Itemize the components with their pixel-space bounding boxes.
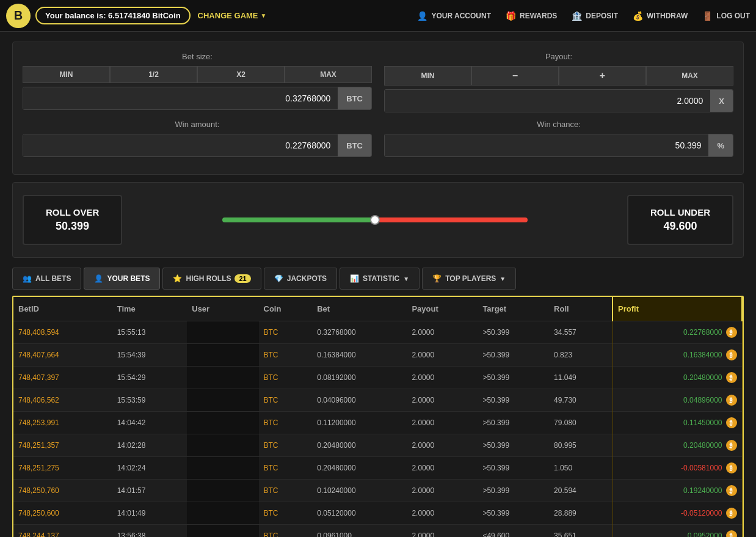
change-game-button[interactable]: CHANGE GAME ▼ [198,11,267,20]
payout-unit: X [710,90,733,112]
bet-id-cell[interactable]: 748,244,137 [13,525,112,538]
profit-cell: -0.00581000 ₿ [612,457,742,480]
win-amount-input[interactable] [23,134,338,156]
payout-col: Payout: MIN − + MAX X [384,52,733,112]
tab-your-bets[interactable]: 👤 YOUR BETS [84,268,160,290]
chart-icon: 📊 [350,274,359,283]
payout-min-button[interactable]: MIN [384,66,471,86]
bet-id-cell[interactable]: 748,407,397 [13,367,112,389]
profit-value: -0.05120000 [681,509,722,517]
table-row: 748,250,600 14:01:49 BTC 0.05120000 2.00… [13,502,742,525]
btc-icon: ₿ [726,485,737,496]
rewards-nav[interactable]: 🎁 REWARDS [506,11,557,21]
payout-increase-button[interactable]: + [559,66,646,86]
bet-id-cell[interactable]: 748,408,594 [13,321,112,344]
deposit-nav[interactable]: 🏦 DEPOSIT [572,11,618,21]
roll-under-button[interactable]: ROLL UNDER 49.600 [627,195,733,245]
bet-half-button[interactable]: 1/2 [110,66,197,83]
balance-text: Your balance is: 6.51741840 BitCoin [45,11,181,20]
bets-table: BetID Time User Coin Bet Payout Target R… [13,297,743,537]
table-row: 748,244,137 13:56:38 BTC 0.0961000 2.000… [13,525,742,538]
win-chance-input[interactable] [385,134,708,156]
tab-jackpots[interactable]: 💎 JACKPOTS [264,268,337,290]
payout-cell: 2.0000 [407,389,478,412]
payout-cell: 2.0000 [407,367,478,389]
roll-cell: 35.651 [549,525,612,538]
table-row: 748,406,562 15:53:59 BTC 0.04096000 2.00… [13,389,742,412]
target-cell: >50.399 [478,344,549,367]
profit-cell: 0.0952000 ₿ [612,525,742,538]
bet-size-input-group: BTC [23,87,372,110]
tab-high-rolls[interactable]: ⭐ HIGH ROLLS 21 [162,268,261,290]
bet-size-btn-group: MIN 1/2 X2 MAX [23,66,372,83]
bet-max-button[interactable]: MAX [285,66,372,83]
bet-cell: 0.20480000 [312,434,407,457]
roll-under-label: ROLL UNDER [650,207,710,217]
bet-id-cell[interactable]: 748,407,664 [13,344,112,367]
profit-value: 0.16384000 [683,351,722,359]
tab-top-players[interactable]: 🏆 TOP PLAYERS ▼ [422,268,516,290]
payout-label: Payout: [384,52,733,61]
bet-id-cell[interactable]: 748,253,991 [13,412,112,434]
roll-cell: 49.730 [549,389,612,412]
target-cell: >50.399 [478,480,549,502]
roll-under-value: 49.600 [650,220,710,233]
btc-icon: ₿ [726,395,737,406]
profit-cell: 0.22768000 ₿ [612,321,742,344]
table-row: 748,251,275 14:02:24 BTC 0.20480000 2.00… [13,457,742,480]
user-cell [187,344,258,367]
bet-id-cell[interactable]: 748,250,600 [13,502,112,525]
logout-nav[interactable]: 🚪 LOG OUT [702,11,750,21]
bet-id-cell[interactable]: 748,251,275 [13,457,112,480]
logout-icon: 🚪 [702,11,713,21]
diamond-icon: 💎 [274,274,283,283]
roll-cell: 80.995 [549,434,612,457]
withdraw-nav[interactable]: 💰 WITHDRAW [633,11,688,21]
profit-cell: 0.11450000 ₿ [612,412,742,434]
main-content: Bet size: MIN 1/2 X2 MAX BTC Payout: MIN… [0,32,756,537]
profit-value: 0.19240000 [683,486,722,495]
btc-icon: ₿ [726,530,737,537]
col-bet: Bet [312,297,407,321]
roll-cell: 0.823 [549,344,612,367]
header: B Your balance is: 6.51741840 BitCoin CH… [0,0,756,32]
col-coin: Coin [259,297,313,321]
payout-cell: 2.0000 [407,502,478,525]
user-cell [187,367,258,389]
tab-statistic[interactable]: 📊 STATISTIC ▼ [340,268,420,290]
col-profit: Profit [612,297,742,321]
user-cell [187,389,258,412]
time-cell: 13:56:38 [112,525,187,538]
profit-cell: 0.16384000 ₿ [612,344,742,367]
user-cell [187,457,258,480]
your-account-nav[interactable]: 👤 YOUR ACCOUNT [417,11,491,21]
bet-cell: 0.32768000 [312,321,407,344]
bet-id-cell[interactable]: 748,250,760 [13,480,112,502]
col-roll: Roll [549,297,612,321]
bet-min-button[interactable]: MIN [23,66,110,83]
bet-id-cell[interactable]: 748,406,562 [13,389,112,412]
chevron-down-icon: ▼ [261,12,267,19]
payout-decrease-button[interactable]: − [471,66,559,86]
withdraw-icon: 💰 [633,11,643,21]
roll-cell: 34.557 [549,321,612,344]
target-cell: >50.399 [478,434,549,457]
your-bets-icon: 👤 [94,274,103,283]
bet-size-input[interactable] [23,87,338,109]
roll-cell: 1.050 [549,457,612,480]
target-cell: >50.399 [478,502,549,525]
coin-cell: BTC [259,434,313,457]
coin-cell: BTC [259,502,313,525]
payout-cell: 2.0000 [407,525,478,538]
slider-thumb[interactable] [370,215,380,225]
payout-input[interactable] [385,90,710,112]
target-cell: >50.399 [478,412,549,434]
user-cell [187,434,258,457]
roll-over-button[interactable]: ROLL OVER 50.399 [23,195,122,245]
payout-max-button[interactable]: MAX [646,66,733,86]
tab-all-bets[interactable]: 👥 ALL BETS [12,268,81,290]
bet-double-button[interactable]: X2 [197,66,285,83]
bet-id-cell[interactable]: 748,251,357 [13,434,112,457]
col-payout: Payout [407,297,478,321]
roll-cell: 28.889 [549,502,612,525]
